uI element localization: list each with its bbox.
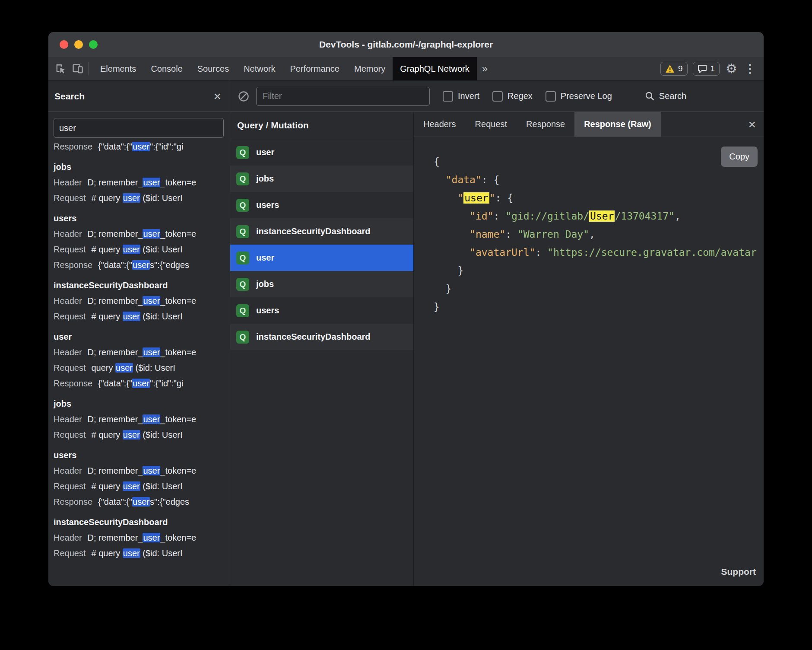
support-link[interactable]: Support [721,563,756,581]
tab-response-raw[interactable]: Response (Raw) [574,112,661,137]
search-result-line[interactable]: Request# query user ($id: UserI [54,478,230,494]
regex-checkbox-group[interactable]: Regex [492,91,533,102]
tab-memory[interactable]: Memory [347,57,393,80]
query-row[interactable]: Q instanceSecurityDashboard [230,324,413,350]
search-result-line[interactable]: Request# query user ($id: UserI [54,545,230,561]
query-row[interactable]: Q users [230,297,413,324]
warning-triangle-icon [665,64,675,73]
search-result-line[interactable]: Request# query user ($id: UserI [54,242,230,257]
invert-checkbox-group[interactable]: Invert [443,91,479,102]
settings-gear-icon[interactable]: ⚙ [725,62,738,75]
tab-elements[interactable]: Elements [93,57,143,80]
json-match-highlight: user [463,192,489,204]
tab-console[interactable]: Console [143,57,190,80]
device-toolbar-icon[interactable] [72,63,84,75]
search-result-operation-name[interactable]: jobs [54,396,230,411]
zoom-window-button[interactable] [89,40,98,49]
search-result-operation-name[interactable]: instanceSecurityDashboard [54,514,230,530]
query-row[interactable]: Q jobs [230,271,413,297]
search-result-line[interactable]: Request# query user ($id: UserI [54,427,230,443]
search-result-text: {"data":{" [98,260,132,270]
search-input[interactable] [54,118,224,138]
search-result-operation-name[interactable]: instanceSecurityDashboard [54,277,230,293]
minimize-window-button[interactable] [74,40,83,49]
warnings-badge[interactable]: 9 [660,62,688,76]
search-result-section: instanceSecurityDashboard HeaderD; remem… [54,514,230,561]
search-result-text: _token=e [160,347,196,357]
search-result-line[interactable]: Response{"data":{"users":{"edges [54,494,230,510]
tab-request[interactable]: Request [466,112,517,137]
search-close-icon[interactable]: × [213,90,221,103]
json-token: } [457,265,463,276]
search-result-line[interactable]: Response{"data":{"user":{"id":"gi [54,376,230,391]
query-row[interactable]: Q instanceSecurityDashboard [230,218,413,245]
search-result-line-label: Header [54,466,82,475]
search-result-line[interactable]: Response{"data":{"users":{"edges [54,257,230,273]
regex-checkbox[interactable] [492,91,503,102]
search-result-line[interactable]: HeaderD; remember_user_token=e [54,344,230,360]
json-token: : { [482,174,500,185]
search-result-operation-name[interactable]: user [54,329,230,344]
more-tabs-chevron-icon[interactable]: » [477,57,493,80]
search-result-line[interactable]: Request# query user ($id: UserI [54,309,230,324]
tab-sources[interactable]: Sources [190,57,236,80]
search-result-line[interactable]: HeaderD; remember_user_token=e [54,463,230,478]
search-result-line[interactable]: HeaderD; remember_user_token=e [54,530,230,545]
search-match-highlight: user [143,229,160,239]
json-line: "user": { [434,189,764,207]
search-match-highlight: user [123,481,140,491]
search-result-line[interactable]: HeaderD; remember_user_token=e [54,226,230,242]
json-token: "avatarUrl" [469,247,535,258]
search-result-text: # query [92,548,123,558]
json-token: "id" [469,210,493,222]
preserve-log-checkbox-group[interactable]: Preserve Log [546,91,612,102]
tab-response[interactable]: Response [517,112,574,137]
search-result-text: ($id: UserI [140,548,183,558]
query-type-badge: Q [236,146,249,159]
search-result-line[interactable]: HeaderD; remember_user_token=e [54,411,230,427]
search-result-operation-name[interactable]: users [54,210,230,226]
copy-button[interactable]: Copy [721,147,758,167]
speech-bubble-icon [698,64,707,73]
json-token: : [535,247,547,258]
search-result-line[interactable]: HeaderD; remember_user_token=e [54,175,230,190]
search-result-line[interactable]: Requestquery user ($id: UserI [54,360,230,376]
filter-input[interactable] [256,87,430,106]
search-result-line[interactable]: Request# query user ($id: UserI [54,190,230,206]
query-row[interactable]: Q user [230,139,413,166]
search-toggle[interactable]: Search [645,91,686,101]
search-result-section: jobs HeaderD; remember_user_token=e Requ… [54,159,230,206]
search-results: Response{"data":{"user":{"id":"gi jobs H… [48,139,230,586]
json-token: { [434,156,440,167]
invert-checkbox[interactable] [443,91,453,102]
tab-performance[interactable]: Performance [283,57,347,80]
json-token: /13704317" [615,210,674,222]
query-row[interactable]: Q jobs [230,166,413,192]
search-result-line[interactable]: Response{"data":{"user":{"id":"gi [54,139,230,154]
query-row-label: user [256,147,274,157]
query-row[interactable]: Q user [230,245,413,271]
inspect-element-icon[interactable] [54,63,67,75]
query-type-badge: Q [236,278,249,291]
search-result-line-label: Response [54,142,92,151]
search-match-highlight: user [132,379,150,388]
preserve-log-checkbox[interactable] [546,91,556,102]
search-result-line[interactable]: HeaderD; remember_user_token=e [54,293,230,309]
more-options-icon[interactable]: ⋮ [743,63,757,75]
tab-network[interactable]: Network [236,57,282,80]
search-result-section: jobs HeaderD; remember_user_token=e Requ… [54,396,230,443]
search-result-line-label: Request [54,430,86,440]
json-token: , [675,210,681,222]
search-result-operation-name[interactable]: jobs [54,159,230,175]
network-content-row: Query / Mutation Q user Q jobs Q users Q… [230,112,764,586]
query-row[interactable]: Q users [230,192,413,218]
json-token: : [493,210,505,222]
close-window-button[interactable] [60,40,68,49]
search-result-text: {"data":{" [98,379,132,388]
tab-headers[interactable]: Headers [414,112,466,137]
messages-badge[interactable]: 1 [693,62,720,76]
tab-graphql-network[interactable]: GraphQL Network [393,57,476,80]
search-result-operation-name[interactable]: users [54,447,230,463]
response-close-icon[interactable]: × [748,118,756,131]
clear-icon[interactable] [238,91,249,102]
